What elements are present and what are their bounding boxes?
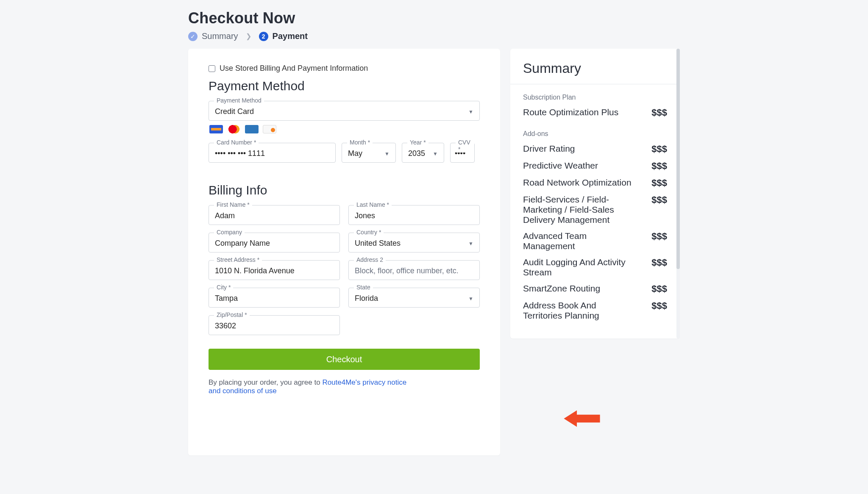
card-number-value: •••• ••• ••• 1111	[215, 149, 329, 158]
addons-label: Add-ons	[523, 130, 667, 138]
divider	[510, 84, 680, 84]
svg-marker-0	[564, 410, 600, 427]
addon-name: Field-Services / Field-Marketing / Field…	[523, 194, 633, 225]
first-name-input[interactable]: First Name * Adam	[209, 205, 340, 225]
exp-month-value: May	[348, 149, 384, 158]
address2-input[interactable]: Address 2 Block, floor, office number, e…	[348, 260, 480, 280]
plan-price: $$$	[651, 107, 667, 118]
check-icon: ✓	[188, 32, 198, 41]
addon-name: SmartZone Routing	[523, 283, 600, 294]
checkbox-icon[interactable]	[209, 65, 215, 72]
billing-title: Billing Info	[209, 183, 480, 197]
addon-row: Advanced Team Management$$$	[523, 231, 667, 251]
city-input[interactable]: City * Tampa	[209, 288, 340, 308]
card-number-input[interactable]: Card Number * •••• ••• ••• 1111	[209, 143, 336, 163]
cvv-legend: CVV *	[456, 139, 474, 153]
addon-row: Driver Rating$$$	[523, 144, 667, 155]
state-value: Florida	[355, 294, 468, 303]
breadcrumb-payment-label: Payment	[273, 31, 308, 41]
privacy-link[interactable]: Route4Me's privacy notice	[322, 378, 406, 386]
terms-text: By placing your order, you agree to Rout…	[209, 378, 480, 395]
visa-icon	[209, 125, 223, 133]
country-legend: Country *	[354, 229, 384, 236]
conditions-link[interactable]: and conditions of use	[209, 387, 277, 395]
plan-name: Route Optimization Plus	[523, 107, 618, 117]
use-stored-row[interactable]: Use Stored Billing And Payment Informati…	[209, 64, 480, 73]
address2-placeholder: Block, floor, office number, etc.	[355, 266, 473, 275]
addon-price: $$$	[651, 283, 667, 294]
first-name-legend: First Name *	[214, 201, 252, 208]
addon-price: $$$	[651, 257, 667, 268]
country-value: United States	[355, 239, 468, 248]
chevron-down-icon: ▼	[433, 151, 438, 157]
exp-month-legend: Month *	[347, 139, 373, 146]
chevron-down-icon: ▼	[468, 109, 473, 115]
payment-method-select[interactable]: Payment Method Credit Card ▼	[209, 101, 480, 121]
card-number-legend: Card Number *	[214, 139, 259, 146]
addon-row: SmartZone Routing$$$	[523, 283, 667, 294]
zip-value: 33602	[215, 322, 334, 330]
terms-prefix: By placing your order, you agree to	[209, 378, 322, 386]
amex-icon	[245, 125, 259, 133]
exp-year-select[interactable]: Year * 2035 ▼	[402, 143, 444, 163]
addon-price: $$$	[651, 144, 667, 155]
cvv-input[interactable]: CVV * ••••	[450, 143, 475, 163]
chevron-down-icon: ▼	[468, 296, 473, 302]
country-select[interactable]: Country * United States ▼	[348, 233, 480, 253]
state-legend: State	[354, 284, 373, 291]
city-legend: City *	[214, 284, 233, 291]
chevron-down-icon: ▼	[468, 241, 473, 247]
scrollbar-thumb[interactable]	[676, 49, 680, 269]
zip-legend: Zip/Postal *	[214, 311, 250, 318]
breadcrumb-payment[interactable]: 2 Payment	[259, 31, 308, 41]
addon-row: Field-Services / Field-Marketing / Field…	[523, 194, 667, 225]
company-value: Company Name	[215, 239, 334, 248]
city-value: Tampa	[215, 294, 334, 303]
addon-price: $$$	[651, 178, 667, 189]
exp-month-select[interactable]: Month * May ▼	[342, 143, 396, 163]
first-name-value: Adam	[215, 211, 334, 220]
state-select[interactable]: State Florida ▼	[348, 288, 480, 308]
address2-legend: Address 2	[354, 256, 386, 263]
addon-price: $$$	[651, 161, 667, 172]
plan-label: Subscription Plan	[523, 94, 667, 101]
zip-input[interactable]: Zip/Postal * 33602	[209, 315, 340, 335]
addon-row: Predictive Weather$$$	[523, 161, 667, 172]
last-name-input[interactable]: Last Name * Jones	[348, 205, 480, 225]
scrollbar-track[interactable]	[676, 49, 680, 339]
company-legend: Company	[214, 229, 245, 236]
payment-card: Use Stored Billing And Payment Informati…	[188, 49, 500, 455]
mastercard-icon	[227, 125, 241, 133]
addon-name: Driver Rating	[523, 144, 575, 154]
payment-method-value: Credit Card	[215, 107, 468, 116]
company-input[interactable]: Company Company Name	[209, 233, 340, 253]
addon-name: Advanced Team Management	[523, 231, 633, 251]
addon-name: Predictive Weather	[523, 161, 598, 171]
chevron-down-icon: ▼	[384, 151, 389, 157]
addon-row: Road Network Optimization$$$	[523, 178, 667, 189]
checkout-button[interactable]: Checkout	[209, 349, 480, 370]
addon-row: Audit Logging And Activity Stream$$$	[523, 257, 667, 278]
exp-year-value: 2035	[408, 149, 433, 158]
addon-price: $$$	[651, 194, 667, 205]
last-name-legend: Last Name *	[354, 201, 392, 208]
discover-icon	[263, 125, 276, 133]
payment-method-title: Payment Method	[209, 79, 480, 93]
chevron-right-icon: ❯	[246, 32, 251, 40]
addon-price: $$$	[651, 300, 667, 311]
step-badge: 2	[259, 32, 268, 41]
card-brand-icons	[209, 125, 480, 133]
callout-arrow-icon	[564, 409, 600, 428]
street-legend: Street Address *	[214, 256, 262, 263]
breadcrumb: ✓ Summary ❯ 2 Payment	[188, 31, 680, 41]
addon-row: Address Book And Territories Planning$$$	[523, 300, 667, 321]
exp-year-legend: Year *	[407, 139, 428, 146]
addon-name: Address Book And Territories Planning	[523, 300, 633, 321]
addon-name: Road Network Optimization	[523, 178, 632, 188]
payment-method-legend: Payment Method	[214, 97, 264, 104]
summary-card: Summary Subscription Plan Route Optimiza…	[510, 49, 680, 339]
summary-title: Summary	[523, 61, 667, 76]
street-address-input[interactable]: Street Address * 1010 N. Florida Avenue	[209, 260, 340, 280]
street-value: 1010 N. Florida Avenue	[215, 266, 334, 275]
breadcrumb-summary[interactable]: ✓ Summary	[188, 31, 238, 41]
